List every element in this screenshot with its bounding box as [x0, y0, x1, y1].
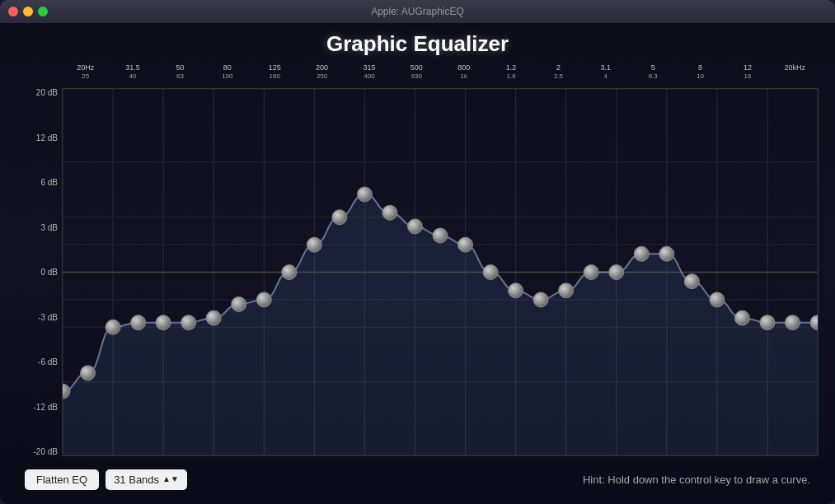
- svg-point-47: [609, 265, 624, 280]
- svg-point-42: [483, 265, 498, 280]
- freq-main: 20Hz: [77, 63, 94, 72]
- freq-col: 5063: [157, 63, 204, 88]
- freq-sub: 2.5: [554, 72, 563, 81]
- svg-point-44: [533, 292, 548, 307]
- main-content: Graphic Equalizer 20Hz2531.5405063801001…: [0, 23, 835, 504]
- db-label: 12 dB: [21, 133, 58, 142]
- freq-sub: 160: [270, 72, 280, 81]
- freq-main: 800: [457, 63, 470, 72]
- svg-point-38: [382, 205, 397, 220]
- svg-point-37: [357, 187, 372, 202]
- eq-container: 20Hz2531.5405063801001251602002503154005…: [16, 63, 819, 456]
- db-label: 3 dB: [21, 223, 58, 232]
- svg-point-34: [282, 265, 297, 280]
- freq-sub: 10: [697, 72, 704, 81]
- window-title: Apple: AUGraphicEQ: [371, 6, 464, 17]
- freq-sub: 1.6: [507, 72, 516, 81]
- freq-main: 500: [410, 63, 423, 72]
- svg-point-28: [131, 315, 146, 330]
- freq-main: 2: [556, 63, 561, 72]
- titlebar: Apple: AUGraphicEQ: [0, 0, 835, 23]
- freq-sub: 16: [744, 72, 751, 81]
- freq-main: 3.1: [601, 63, 612, 72]
- svg-point-35: [307, 237, 321, 252]
- svg-point-45: [559, 283, 574, 298]
- svg-point-43: [509, 283, 523, 298]
- freq-main: 315: [363, 63, 375, 72]
- flatten-eq-button[interactable]: Flatten EQ: [25, 469, 99, 490]
- db-label: 6 dB: [21, 178, 58, 187]
- db-label: 0 dB: [21, 268, 58, 277]
- svg-point-29: [156, 315, 171, 330]
- db-label: -3 dB: [21, 313, 58, 322]
- eq-graph[interactable]: [62, 88, 819, 456]
- svg-point-51: [710, 292, 725, 307]
- freq-col: 125160: [251, 63, 298, 88]
- freq-col: 20kHz: [772, 63, 819, 88]
- svg-point-36: [332, 210, 347, 225]
- svg-point-50: [684, 274, 699, 289]
- svg-point-52: [734, 310, 749, 325]
- svg-point-39: [407, 219, 422, 234]
- bands-select-button[interactable]: 31 Bands ▲▼: [106, 469, 187, 490]
- svg-point-54: [785, 315, 800, 330]
- svg-point-49: [659, 246, 674, 261]
- svg-point-46: [584, 265, 598, 280]
- close-button[interactable]: [8, 7, 18, 16]
- db-label: -20 dB: [21, 447, 58, 456]
- traffic-lights: [8, 7, 48, 16]
- freq-col: 200250: [298, 63, 345, 88]
- freq-col: 20Hz25: [62, 63, 109, 88]
- bands-label: 31 Bands: [114, 474, 159, 486]
- freq-main: 80: [223, 63, 232, 72]
- freq-col: 1216: [724, 63, 771, 88]
- svg-point-26: [81, 366, 96, 380]
- freq-col: 500630: [393, 63, 440, 88]
- svg-point-27: [106, 320, 120, 334]
- svg-point-33: [256, 292, 271, 307]
- db-label: 20 dB: [21, 88, 58, 97]
- minimize-button[interactable]: [23, 7, 33, 16]
- freq-sub: 1k: [460, 72, 467, 81]
- svg-point-40: [433, 228, 448, 243]
- freq-col: 8001k: [440, 63, 487, 88]
- freq-main: 12: [744, 63, 752, 72]
- maximize-button[interactable]: [38, 7, 48, 16]
- db-label: -12 dB: [21, 403, 58, 412]
- freq-col: 3.14: [582, 63, 629, 88]
- bottom-bar: Flatten EQ 31 Bands ▲▼ Hint: Hold down t…: [16, 463, 819, 496]
- svg-point-32: [232, 296, 246, 311]
- freq-labels: 20Hz2531.5405063801001251602002503154005…: [62, 63, 819, 88]
- freq-main: 1.2: [506, 63, 517, 72]
- freq-col: 810: [677, 63, 724, 88]
- freq-sub: 40: [129, 72, 137, 81]
- svg-point-30: [181, 315, 196, 330]
- freq-sub: 630: [411, 72, 422, 81]
- freq-sub: 250: [317, 72, 327, 81]
- freq-main: 31.5: [125, 63, 140, 72]
- freq-sub: 25: [82, 72, 89, 81]
- freq-sub: 63: [176, 72, 184, 81]
- app-window: Apple: AUGraphicEQ Graphic Equalizer 20H…: [0, 0, 835, 504]
- freq-main: 5: [651, 63, 655, 72]
- freq-main: 125: [269, 63, 281, 72]
- freq-sub: 4: [604, 72, 607, 81]
- freq-col: 80100: [204, 63, 251, 88]
- chevron-icon: ▲▼: [162, 476, 179, 483]
- freq-col: 315400: [345, 63, 392, 88]
- db-labels: 20 dB12 dB6 dB3 dB0 dB-3 dB-6 dB-12 dB-2…: [16, 88, 62, 456]
- freq-col: 31.540: [109, 63, 156, 88]
- hint-text: Hint: Hold down the control key to draw …: [583, 474, 810, 486]
- freq-sub: 100: [222, 72, 232, 81]
- eq-svg: [63, 89, 818, 455]
- freq-main: 50: [176, 63, 184, 72]
- freq-sub: 400: [364, 72, 374, 81]
- freq-col: 1.21.6: [487, 63, 534, 88]
- svg-point-48: [634, 246, 649, 261]
- freq-main: 200: [316, 63, 328, 72]
- svg-point-31: [206, 310, 221, 325]
- svg-point-41: [458, 237, 473, 252]
- freq-col: 22.5: [535, 63, 582, 88]
- freq-main: 8: [698, 63, 702, 72]
- db-label: -6 dB: [21, 357, 58, 366]
